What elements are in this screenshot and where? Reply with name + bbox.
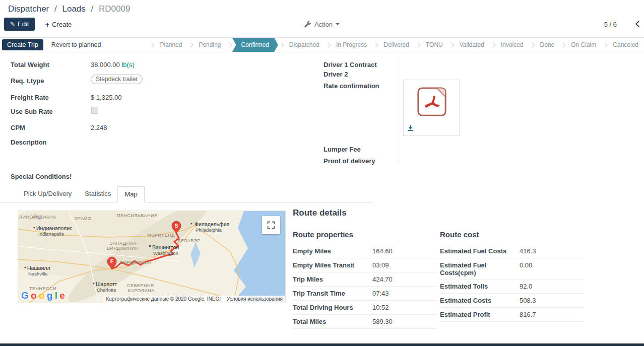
status-state[interactable]: Pending: [193, 38, 226, 52]
chevron-separator-icon: [490, 42, 495, 47]
status-item: Canceled: [602, 38, 644, 52]
status-item: Planned: [149, 38, 187, 52]
map-terms-link[interactable]: Условия использования: [227, 296, 283, 302]
route-property-row: Total Driving Hours 10:52: [293, 301, 437, 315]
route-cost-label: Estimated Tolls: [440, 283, 520, 290]
route-cost: Route cost Estimated Fuel Costs 416.3 Es…: [440, 230, 584, 322]
route-cost-row: Estimated Tolls 92.0: [440, 280, 584, 294]
page: Dispatcher / Loads / RD0009 ✎ Edit + Cre…: [0, 0, 644, 342]
route-cost-title: Route cost: [440, 230, 584, 239]
tab-item[interactable]: Map: [117, 186, 144, 202]
plus-icon: +: [45, 21, 49, 28]
status-state[interactable]: On Claim: [565, 38, 602, 52]
status-state[interactable]: In Progress: [331, 38, 372, 52]
wrench-icon: [304, 21, 311, 28]
route-cost-row: Estimated Profit 816.7: [440, 308, 584, 322]
create-button[interactable]: + Create: [42, 20, 75, 29]
field-label-description: Description: [11, 139, 47, 146]
download-icon[interactable]: [407, 125, 414, 131]
breadcrumb-item-loads[interactable]: Loads: [62, 4, 85, 14]
notebook-tabs: Pick Up/Delivery Statistics Map: [0, 186, 373, 202]
route-property-value: 03:09: [372, 261, 389, 269]
trailer-type-tag: Stepdeck trailer: [91, 75, 143, 84]
google-logo-letter: e: [59, 290, 65, 301]
route-property-value: 164.60: [372, 247, 393, 255]
route-cost-row: Estimated Fuel Costs(cpm) 0.00: [440, 258, 584, 280]
field-value-cpm: 2.248: [91, 124, 107, 131]
google-logo-letter: g: [47, 290, 52, 301]
fullscreen-button[interactable]: [262, 216, 280, 234]
status-item: Dispatched: [278, 38, 325, 52]
create-button-label: Create: [52, 21, 72, 28]
statusbar: Create Trip Revert to planned Planned Pe…: [0, 37, 644, 52]
map-terrain: S F: [18, 211, 286, 303]
route-cost-label: Estimated Fuel Costs(cpm): [440, 261, 520, 276]
route-cost-label: Estimated Profit: [440, 311, 520, 318]
route-cost-value: 508.3: [520, 297, 536, 304]
status-state[interactable]: Invoiced: [495, 38, 529, 52]
route-property-value: 424.70: [372, 275, 393, 283]
use-sub-rate-checkbox[interactable]: [91, 107, 98, 114]
chevron-separator-icon: [449, 42, 454, 47]
route-property-row: Total Miles 589.30: [293, 315, 437, 329]
chevron-separator-icon: [326, 42, 331, 47]
form-left-group: Total Weight 38,000.00 lb(s) Req. t.type…: [11, 57, 318, 183]
status-state[interactable]: TONU: [420, 38, 448, 52]
field-label-special-conditions: Special Conditions!: [11, 173, 72, 180]
route-cost-value: 0.00: [520, 261, 532, 269]
status-item: Delivered: [372, 38, 415, 52]
edit-button[interactable]: ✎ Edit: [4, 18, 35, 31]
status-item: Done: [529, 38, 560, 52]
total-weight-unit: lb(s): [121, 61, 134, 68]
action-menu-label: Action: [314, 21, 333, 28]
route-property-row: Trip Transit Time 07:43: [293, 287, 437, 301]
map-attribution: Картографические данные © 2020 Google, I…: [103, 296, 285, 303]
status-state[interactable]: Delivered: [378, 38, 415, 52]
status-state[interactable]: Confirmed: [232, 38, 278, 52]
status-item: In Progress: [325, 38, 372, 52]
action-menu[interactable]: Action: [304, 21, 340, 28]
status-state[interactable]: Dispatched: [284, 38, 325, 52]
field-value-freight-rate: $ 1,325.00: [91, 94, 121, 101]
route-cost-row: Estimated Fuel Costs 416.3: [440, 244, 584, 258]
chevron-separator-icon: [373, 42, 378, 47]
chevron-left-icon[interactable]: [634, 20, 640, 30]
create-trip-button[interactable]: Create Trip: [2, 39, 43, 50]
field-label-req-ttype: Req. t.type: [11, 77, 44, 85]
route-property-label: Total Miles: [293, 318, 372, 325]
chevron-separator-icon: [188, 42, 194, 47]
route-cost-rows: Estimated Fuel Costs 416.3 Estimated Fue…: [440, 244, 584, 322]
tab-item[interactable]: Statistics: [78, 186, 117, 202]
route-property-label: Trip Transit Time: [293, 290, 372, 297]
route-properties-rows: Empty Miles 164.60 Empty Miles Transit 0…: [293, 244, 437, 329]
route-property-value: 589.30: [372, 318, 393, 325]
field-label-cpm: CPM: [11, 124, 25, 131]
route-map[interactable]: S F ЛИНОЙС ИНДИАНА ОГАЙО ПЕНСИЛЬВАНИЯ: [18, 211, 286, 303]
chevron-separator-icon: [416, 42, 421, 47]
google-logo-letter: o: [31, 290, 36, 301]
pdf-file-icon: [416, 86, 447, 117]
breadcrumb-item-dispatcher[interactable]: Dispatcher: [8, 4, 49, 14]
toolbar: ✎ Edit + Create Action 5 / 6: [0, 15, 644, 33]
caret-down-icon: [336, 23, 340, 27]
chevron-separator-icon: [227, 42, 232, 47]
google-logo[interactable]: G o o g l e: [21, 290, 65, 301]
bottom-bar: [0, 343, 644, 346]
fullscreen-icon: [267, 221, 275, 229]
status-state[interactable]: Canceled: [607, 38, 644, 52]
tab-item[interactable]: Pick Up/Delivery: [17, 186, 78, 202]
chevron-separator-icon: [279, 42, 284, 47]
status-state[interactable]: Validated: [454, 38, 490, 52]
status-state[interactable]: Done: [535, 38, 560, 52]
breadcrumb-separator: /: [54, 4, 57, 14]
pencil-icon: ✎: [10, 21, 15, 27]
breadcrumb: Dispatcher / Loads / RD0009: [0, 0, 644, 15]
revert-to-planned-button[interactable]: Revert to planned: [46, 39, 106, 50]
field-label-use-sub-rate: Use Sub Rate: [11, 108, 53, 115]
chevron-separator-icon: [561, 42, 566, 47]
status-item: Pending: [187, 38, 226, 52]
google-logo-letter: l: [55, 290, 57, 301]
field-label-driver2: Driver 2: [324, 71, 348, 78]
rate-confirmation-attachment[interactable]: [403, 80, 460, 136]
status-state[interactable]: Planned: [154, 38, 187, 52]
